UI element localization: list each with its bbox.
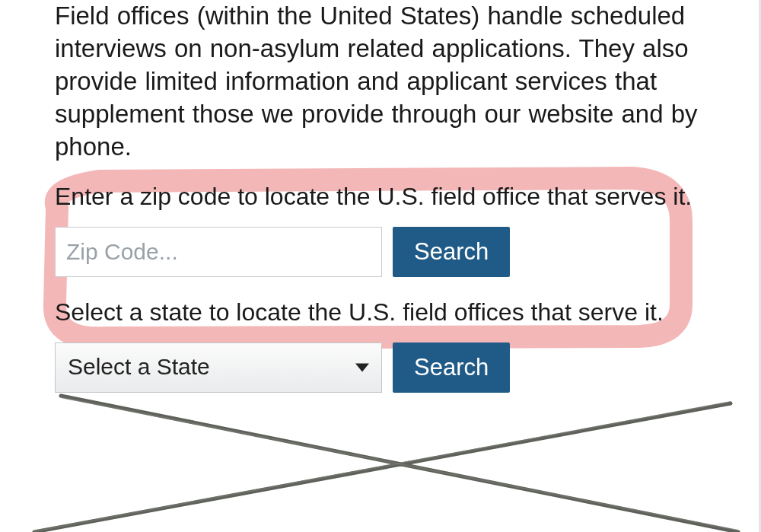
svg-line-0 xyxy=(34,402,731,531)
state-controls: Select a State Search xyxy=(55,342,708,393)
state-select[interactable]: Select a State xyxy=(55,342,382,393)
state-select-value: Select a State xyxy=(68,352,210,383)
cross-stroke-1 xyxy=(34,403,731,532)
chevron-down-icon xyxy=(355,363,369,371)
intro-paragraph: Field offices (within the United States)… xyxy=(55,0,708,163)
content-block: Field offices (within the United States)… xyxy=(0,0,761,393)
zip-controls: Search xyxy=(55,227,708,277)
state-prompt: Select a state to locate the U.S. field … xyxy=(55,297,708,329)
svg-line-1 xyxy=(61,397,738,530)
zip-prompt: Enter a zip code to locate the U.S. fiel… xyxy=(55,181,708,213)
zip-search-button[interactable]: Search xyxy=(393,227,510,277)
state-search-button[interactable]: Search xyxy=(393,342,510,393)
zip-code-input[interactable] xyxy=(55,227,382,277)
cross-stroke-2 xyxy=(61,396,738,532)
